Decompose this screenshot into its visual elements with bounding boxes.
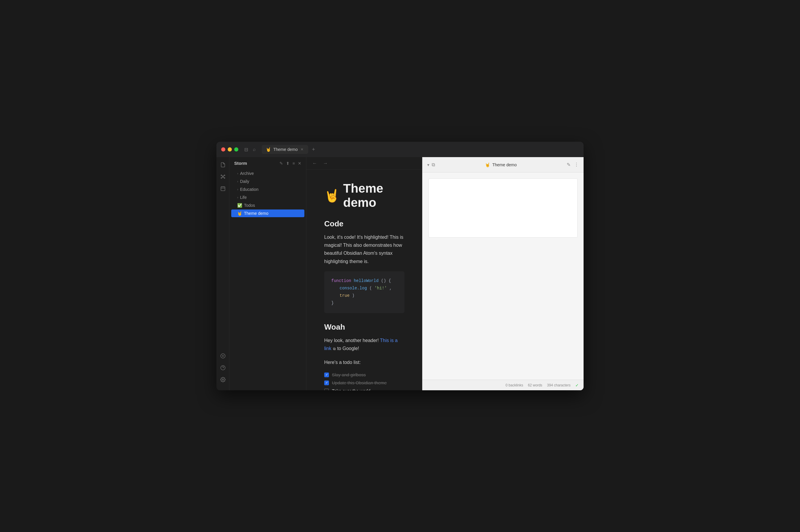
woah-prose-after: to Google!: [337, 346, 359, 351]
svg-line-5: [221, 175, 223, 176]
file-tree-header: Storm ✎ ⬆ ≡ ✕: [229, 157, 306, 168]
tab-emoji: 🤘: [266, 147, 271, 152]
tab-bar: 🤘 Theme demo ✕ +: [262, 145, 579, 154]
app-window: ⊟ ⌕ 🤘 Theme demo ✕ +: [217, 142, 583, 390]
tree-item-daily[interactable]: › Daily: [231, 177, 304, 185]
sidebar-icon-bar: [217, 157, 229, 390]
chevron-icon: ›: [237, 172, 238, 175]
calendar-icon[interactable]: [218, 184, 228, 193]
tab-label: Theme demo: [273, 147, 298, 152]
vault-name: Storm: [234, 161, 247, 166]
editor-content[interactable]: 🤘 Theme demo Code Look, it's code! It's …: [306, 170, 422, 390]
checkbox-2[interactable]: ✓: [324, 380, 329, 385]
help-icon[interactable]: [218, 363, 228, 373]
boolean-value: true: [340, 293, 350, 298]
external-link-icon: ⧉: [333, 347, 336, 351]
words-stat: 62 words: [528, 383, 542, 387]
svg-line-7: [221, 177, 223, 178]
sort-icon[interactable]: ≡: [293, 161, 295, 166]
new-tab-button[interactable]: +: [310, 145, 317, 154]
todo-item-1: ✓ Slay and girlboss: [324, 372, 405, 377]
close-button[interactable]: [221, 147, 225, 152]
status-check-icon: ✓: [575, 383, 579, 387]
item-emoji: 🤘: [237, 211, 242, 216]
right-panel-title: 🤘 Theme demo: [485, 163, 517, 167]
tree-item-label: Todos: [244, 203, 255, 208]
right-panel-emoji: 🤘: [485, 163, 490, 167]
function-name: helloWorld: [354, 279, 379, 283]
todo-label-2: Update this Obsidian theme: [332, 380, 387, 385]
file-tree-list: › Archive › Daily › Education › Life ✅: [229, 168, 306, 390]
closing-brace: }: [331, 301, 334, 305]
right-panel-title-text: Theme demo: [492, 163, 517, 167]
right-panel-header-left: ▾ ⧉: [427, 162, 435, 168]
todo-label-3: Take over the world: [332, 388, 370, 390]
svg-point-0: [222, 176, 223, 177]
punctuation: () {: [381, 279, 391, 283]
new-note-icon[interactable]: [218, 160, 228, 170]
tree-item-archive[interactable]: › Archive: [231, 170, 304, 177]
preview-placeholder: [428, 178, 578, 238]
todo-item-3: Take over the world: [324, 388, 405, 390]
collapse-all-icon[interactable]: ✕: [298, 161, 301, 166]
todo-item-2: ✓ Update this Obsidian theme: [324, 380, 405, 385]
tree-item-theme-demo[interactable]: 🤘 Theme demo: [231, 209, 304, 217]
active-tab[interactable]: 🤘 Theme demo ✕: [262, 145, 308, 154]
string-value: 'hi!': [374, 286, 387, 290]
graph-icon[interactable]: [218, 172, 228, 182]
right-panel-action-buttons: ✎ ⋮: [567, 162, 579, 168]
todo-intro: Here's a todo list:: [324, 358, 405, 366]
tab-close-button[interactable]: ✕: [300, 147, 304, 152]
section-heading-code: Code: [324, 219, 405, 228]
todo-list: ✓ Slay and girlboss ✓ Update this Obsidi…: [324, 372, 405, 390]
forward-button[interactable]: →: [322, 159, 329, 167]
back-button[interactable]: ←: [311, 159, 318, 167]
characters-stat: 394 characters: [547, 383, 571, 387]
file-tree-action-buttons: ✎ ⬆ ≡ ✕: [279, 161, 301, 166]
punctuation: ,: [389, 286, 392, 290]
tree-item-education[interactable]: › Education: [231, 186, 304, 193]
right-panel-footer: 0 backlinks 62 words 394 characters ✓: [423, 380, 583, 390]
code-line-3: }: [331, 300, 397, 307]
minimize-button[interactable]: [228, 147, 232, 152]
svg-line-8: [223, 177, 224, 178]
editor-area: ← → 🤘 Theme demo Code Look, it's code! I…: [306, 157, 422, 390]
punctuation: ): [352, 293, 354, 298]
woah-prose-before: Hey look, another header!: [324, 338, 379, 343]
document-title: 🤘 Theme demo: [324, 182, 405, 210]
search-icon[interactable]: ⌕: [253, 147, 256, 152]
tree-item-label: Daily: [240, 179, 249, 184]
checkbox-1[interactable]: ✓: [324, 373, 329, 377]
svg-point-18: [222, 379, 224, 380]
settings-icon[interactable]: [218, 375, 228, 384]
chevron-icon: ›: [237, 195, 238, 199]
svg-line-6: [223, 175, 224, 176]
tree-item-life[interactable]: › Life: [231, 193, 304, 201]
punctuation: (: [370, 286, 372, 290]
tree-item-todos[interactable]: ✅ Todos: [231, 202, 304, 209]
new-folder-icon[interactable]: ⬆: [286, 161, 290, 166]
maximize-button[interactable]: [234, 147, 238, 152]
right-panel: ▾ ⧉ 🤘 Theme demo ✎ ⋮ 0 backlinks 62 word…: [422, 157, 583, 390]
backlinks-stat: 0 backlinks: [506, 383, 523, 387]
more-options-icon[interactable]: ⋮: [574, 162, 579, 168]
chevron-icon: ›: [237, 179, 238, 183]
checkbox-3[interactable]: [324, 388, 329, 390]
title-bar: ⊟ ⌕ 🤘 Theme demo ✕ +: [217, 142, 583, 157]
new-note-file-icon[interactable]: ✎: [279, 161, 283, 166]
dropdown-icon[interactable]: ▾: [427, 163, 429, 167]
code-section-prose: Look, it's code! It's highlighted! This …: [324, 233, 405, 265]
doc-emoji: 🤘: [324, 189, 340, 203]
sidebar-toggle-icon[interactable]: ⊟: [244, 147, 248, 152]
code-line-1: function helloWorld () {: [331, 277, 397, 285]
function-call: console.log: [340, 286, 367, 290]
traffic-lights: [221, 147, 238, 152]
publish-icon[interactable]: [218, 351, 228, 361]
tree-item-label: Theme demo: [244, 211, 268, 216]
item-emoji: ✅: [237, 203, 242, 208]
edit-icon[interactable]: ✎: [567, 162, 571, 168]
doc-title-text: Theme demo: [343, 182, 405, 210]
tree-item-label: Education: [240, 187, 259, 192]
split-pane-icon[interactable]: ⧉: [432, 162, 435, 168]
chevron-icon: ›: [237, 188, 238, 191]
